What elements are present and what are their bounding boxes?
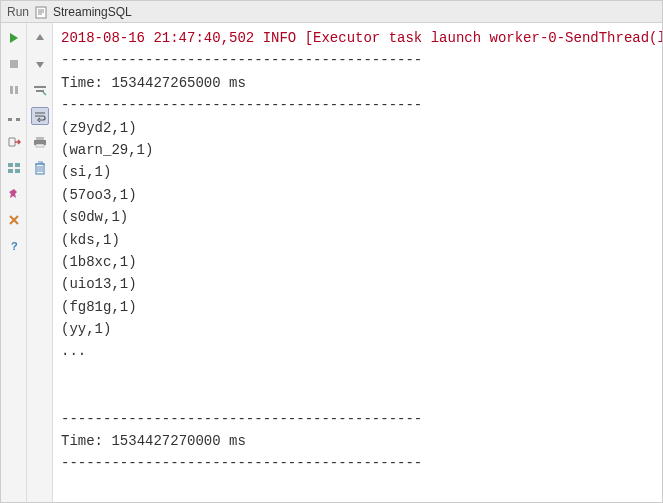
time-line: Time: 1534427265000 ms: [61, 72, 654, 94]
svg-rect-1: [10, 60, 18, 68]
console-output[interactable]: 2018-08-16 21:47:40,502 INFO [Executor t…: [53, 23, 662, 502]
left-toolbar-secondary: [27, 23, 53, 502]
log-entry: 2018-08-16 21:47:40,502 INFO [Executor t…: [61, 27, 654, 49]
output-row: (kds,1): [61, 229, 654, 251]
log-message: [Executor task launch worker-0-SendThrea…: [305, 30, 662, 46]
separator-line: ----------------------------------------…: [61, 49, 654, 71]
separator-line: ----------------------------------------…: [61, 408, 654, 430]
filter-button[interactable]: [31, 81, 49, 99]
log-level: INFO: [263, 30, 297, 46]
output-row: (1b8xc,1): [61, 251, 654, 273]
svg-text:?: ?: [11, 240, 18, 252]
blank-line: [61, 363, 654, 385]
close-button[interactable]: [5, 211, 23, 229]
output-row: (z9yd2,1): [61, 117, 654, 139]
svg-rect-8: [8, 169, 13, 173]
left-toolbar-primary: ?: [1, 23, 27, 502]
run-config-tab[interactable]: StreamingSQL: [35, 5, 132, 19]
svg-rect-9: [15, 169, 20, 173]
clear-all-button[interactable]: [31, 159, 49, 177]
run-config-icon: [35, 5, 49, 19]
time-line: Time: 1534427270000 ms: [61, 430, 654, 452]
soft-wrap-button[interactable]: [31, 107, 49, 125]
svg-rect-12: [36, 90, 44, 92]
run-tool-header: Run StreamingSQL: [1, 1, 662, 23]
separator-line: ----------------------------------------…: [61, 452, 654, 474]
svg-rect-7: [15, 163, 20, 167]
exit-button[interactable]: [5, 133, 23, 151]
time-value: 1534427270000 ms: [111, 433, 245, 449]
help-button[interactable]: ?: [5, 237, 23, 255]
output-ellipsis: ...: [61, 340, 654, 362]
separator-line: ----------------------------------------…: [61, 94, 654, 116]
run-config-name: StreamingSQL: [53, 5, 132, 19]
time-label: Time:: [61, 433, 103, 449]
pin-button[interactable]: [5, 185, 23, 203]
up-arrow-button[interactable]: [31, 29, 49, 47]
output-row: (uio13,1): [61, 273, 654, 295]
svg-rect-2: [10, 86, 13, 94]
svg-rect-5: [16, 118, 20, 121]
output-row: (si,1): [61, 161, 654, 183]
svg-rect-6: [8, 163, 13, 167]
log-timestamp: 2018-08-16 21:47:40,502: [61, 30, 254, 46]
down-arrow-button[interactable]: [31, 55, 49, 73]
output-row: (warn_29,1): [61, 139, 654, 161]
blank-line: [61, 385, 654, 407]
stop-button[interactable]: [5, 55, 23, 73]
svg-rect-3: [15, 86, 18, 94]
pause-button[interactable]: [5, 81, 23, 99]
time-value: 1534427265000 ms: [111, 75, 245, 91]
svg-rect-4: [8, 118, 12, 121]
output-row: (57oo3,1): [61, 184, 654, 206]
output-row: (s0dw,1): [61, 206, 654, 228]
step-over-button[interactable]: [5, 107, 23, 125]
print-button[interactable]: [31, 133, 49, 151]
time-label: Time:: [61, 75, 103, 91]
svg-rect-13: [36, 137, 44, 140]
run-button[interactable]: [5, 29, 23, 47]
run-label: Run: [7, 5, 29, 19]
layout-button[interactable]: [5, 159, 23, 177]
output-row: (yy,1): [61, 318, 654, 340]
svg-rect-15: [36, 144, 44, 147]
output-row: (fg81g,1): [61, 296, 654, 318]
svg-rect-11: [34, 86, 46, 88]
